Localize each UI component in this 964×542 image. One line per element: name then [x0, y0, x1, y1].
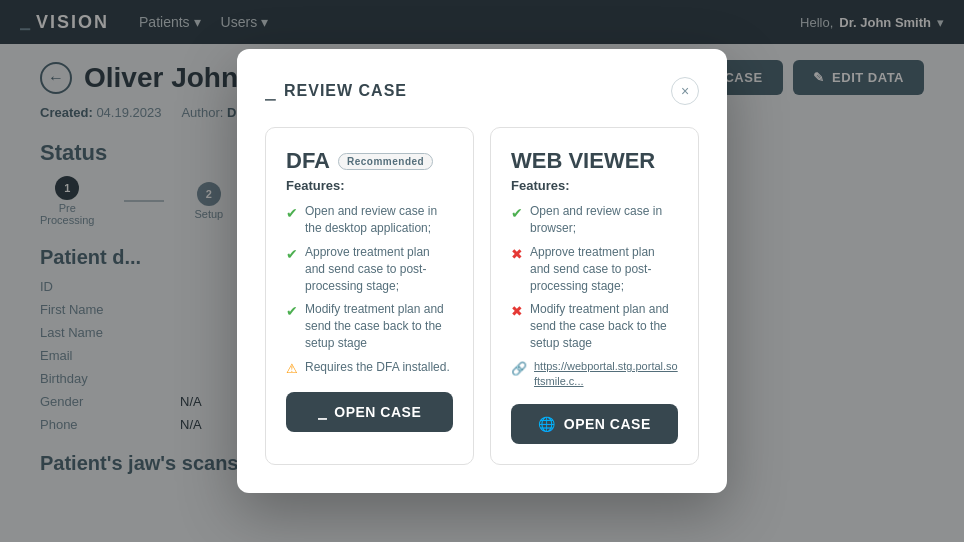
web-feature-3: ✖ Modify treatment plan and send the cas… [511, 301, 678, 351]
modal-overlay: ⎯ REVIEW CASE × DFA Recommended Features… [0, 0, 964, 542]
dfa-feature-2: ✔ Approve treatment plan and send case t… [286, 244, 453, 294]
check-icon: ✔ [286, 245, 298, 265]
dfa-title: DFA Recommended [286, 148, 453, 174]
vision-logo-icon: ⎯ [265, 81, 276, 102]
modal-body: DFA Recommended Features: ✔ Open and rev… [265, 127, 699, 464]
web-feature-link: 🔗 https://webportal.stg.portal.softsmile… [511, 359, 678, 390]
link-icon: 🔗 [511, 360, 527, 378]
modal-header: ⎯ REVIEW CASE × [265, 77, 699, 105]
dfa-feature-4: ⚠ Requires the DFA installed. [286, 359, 453, 378]
cross-icon: ✖ [511, 245, 523, 265]
dfa-card: DFA Recommended Features: ✔ Open and rev… [265, 127, 474, 464]
recommended-badge: Recommended [338, 153, 433, 170]
cross-icon: ✖ [511, 302, 523, 322]
review-case-modal: ⎯ REVIEW CASE × DFA Recommended Features… [237, 49, 727, 492]
globe-icon: 🌐 [538, 416, 556, 432]
modal-title: REVIEW CASE [284, 82, 407, 100]
web-viewer-open-case-button[interactable]: 🌐 OPEN CASE [511, 404, 678, 444]
dfa-features-list: ✔ Open and review case in the desktop ap… [286, 203, 453, 378]
check-icon: ✔ [286, 204, 298, 224]
dfa-open-case-button[interactable]: ⎯ OPEN CASE [286, 392, 453, 432]
check-icon: ✔ [511, 204, 523, 224]
modal-close-button[interactable]: × [671, 77, 699, 105]
vision-btn-icon: ⎯ [318, 404, 327, 420]
modal-title-area: ⎯ REVIEW CASE [265, 81, 407, 102]
check-icon: ✔ [286, 302, 298, 322]
dfa-feature-1: ✔ Open and review case in the desktop ap… [286, 203, 453, 237]
dfa-features-label: Features: [286, 178, 453, 193]
web-viewer-features-label: Features: [511, 178, 678, 193]
close-icon: × [681, 83, 689, 99]
web-feature-1: ✔ Open and review case in browser; [511, 203, 678, 237]
web-viewer-title: WEB VIEWER [511, 148, 678, 174]
web-viewer-card: WEB VIEWER Features: ✔ Open and review c… [490, 127, 699, 464]
dfa-feature-3: ✔ Modify treatment plan and send the cas… [286, 301, 453, 351]
web-viewer-features-list: ✔ Open and review case in browser; ✖ App… [511, 203, 678, 389]
warning-icon: ⚠ [286, 360, 298, 378]
web-feature-2: ✖ Approve treatment plan and send case t… [511, 244, 678, 294]
